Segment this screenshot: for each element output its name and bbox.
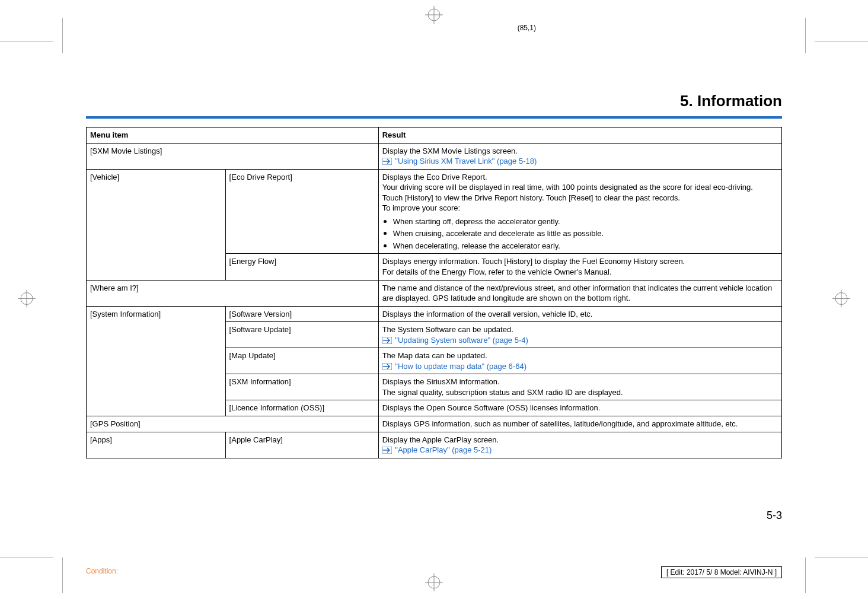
submenu-cell: [Map Update] xyxy=(225,348,378,374)
bullet-item: When cruising, accelerate and decelerate… xyxy=(393,227,778,239)
submenu-cell: [Software Update] xyxy=(225,322,378,348)
registration-mark-icon xyxy=(425,6,443,26)
result-cell: Display the Apple CarPlay screen. "Apple… xyxy=(378,432,781,458)
table-row: [Vehicle] [Eco Drive Report] Displays th… xyxy=(87,169,782,254)
result-cell: Displays energy information. Touch [Hist… xyxy=(378,254,781,280)
submenu-cell: [Apple CarPlay] xyxy=(225,432,378,458)
result-text: The signal quality, subscription status … xyxy=(382,388,623,397)
submenu-cell: [Eco Drive Report] xyxy=(225,169,378,254)
result-cell: Displays the information of the overall … xyxy=(378,306,781,322)
reference-link[interactable]: "Updating System software" (page 5-4) xyxy=(395,336,528,345)
reference-link[interactable]: "How to update map data" (page 6-64) xyxy=(395,362,526,371)
table-row: [GPS Position] Displays GPS information,… xyxy=(87,416,782,432)
condition-label: Condition: xyxy=(86,567,118,575)
submenu-cell: [Software Version] xyxy=(225,306,378,322)
result-text: Displays the SiriusXM information. xyxy=(382,377,500,386)
result-text: To improve your score: xyxy=(382,203,461,212)
result-cell: Displays the Eco Drive Report. Your driv… xyxy=(378,169,781,254)
table-row: [Where am I?] The name and distance of t… xyxy=(87,280,782,306)
result-text: Display the SXM Movie Listings screen. xyxy=(382,146,518,155)
table-header-result: Result xyxy=(378,128,781,144)
menu-item-cell: [Apps] xyxy=(87,432,226,458)
chapter-title: 5. Information xyxy=(86,92,782,110)
result-text: The Map data can be updated. xyxy=(382,351,487,360)
result-cell: Displays the Open Source Software (OSS) … xyxy=(378,400,781,416)
result-text: For details of the Energy Flow, refer to… xyxy=(382,267,612,276)
reference-link[interactable]: "Using Sirius XM Travel Link" (page 5-18… xyxy=(395,157,537,165)
registration-mark-icon xyxy=(832,290,850,310)
reference-icon xyxy=(382,361,393,372)
menu-item-cell: [Vehicle] xyxy=(87,169,226,280)
bullet-item: When starting off, depress the accelerat… xyxy=(393,215,778,227)
result-text: The System Software can be updated. xyxy=(382,325,513,334)
result-text: Display the Apple CarPlay screen. xyxy=(382,435,499,444)
reference-link[interactable]: "Apple CarPlay" (page 5-21) xyxy=(395,445,492,454)
bullet-item: When decelerating, release the accelerat… xyxy=(393,239,778,251)
result-cell: The System Software can be updated. "Upd… xyxy=(378,322,781,348)
reference-icon xyxy=(382,445,393,455)
result-cell: Displays the SiriusXM information. The s… xyxy=(378,374,781,400)
result-text: Displays the Eco Drive Report. xyxy=(382,173,487,181)
result-text: Your driving score will be displayed in … xyxy=(382,183,753,192)
table-row: [System Information] [Software Version] … xyxy=(87,306,782,322)
registration-mark-icon xyxy=(18,290,36,310)
menu-item-cell: [SXM Movie Listings] xyxy=(87,143,379,169)
menu-item-cell: [Where am I?] xyxy=(87,280,379,306)
menu-result-table: Menu item Result [SXM Movie Listings] Di… xyxy=(86,127,782,458)
reference-icon xyxy=(382,335,393,346)
page-coordinate-label: (85,1) xyxy=(518,24,536,32)
submenu-cell: [SXM Information] xyxy=(225,374,378,400)
result-cell: Displays GPS information, such as number… xyxy=(378,416,781,432)
table-row: [Apps] [Apple CarPlay] Display the Apple… xyxy=(87,432,782,458)
horizontal-rule xyxy=(86,116,782,119)
submenu-cell: [Licence Information (OSS)] xyxy=(225,400,378,416)
result-cell: The Map data can be updated. "How to upd… xyxy=(378,348,781,374)
submenu-cell: [Energy Flow] xyxy=(225,254,378,280)
result-cell: Display the SXM Movie Listings screen. "… xyxy=(378,143,781,169)
table-header-menu: Menu item xyxy=(87,128,379,144)
table-row: [SXM Movie Listings] Display the SXM Mov… xyxy=(87,143,782,169)
menu-item-cell: [GPS Position] xyxy=(87,416,379,432)
result-text: Touch [History] to view the Drive Report… xyxy=(382,193,680,202)
registration-mark-icon xyxy=(425,573,443,593)
result-cell: The name and distance of the next/previo… xyxy=(378,280,781,306)
edit-info-box: [ Edit: 2017/ 5/ 8 Model: AIVINJ-N ] xyxy=(661,566,782,578)
page-number: 5-3 xyxy=(767,509,782,522)
reference-icon xyxy=(382,156,393,167)
result-text: Displays energy information. Touch [Hist… xyxy=(382,257,685,266)
menu-item-cell: [System Information] xyxy=(87,306,226,416)
